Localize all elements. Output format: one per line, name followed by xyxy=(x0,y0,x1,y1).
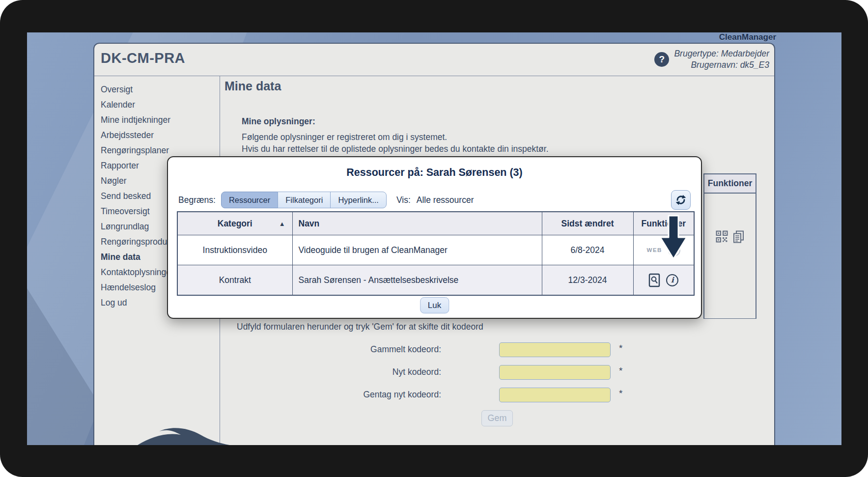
bird-logo xyxy=(133,427,241,445)
table-row: Kontrakt Sarah Sørensen - Ansættelsesbes… xyxy=(177,265,694,296)
resources-table: Kategori ▲ Navn Sidst ændret Funktioner … xyxy=(177,211,695,296)
sort-ascending-icon: ▲ xyxy=(279,220,285,227)
info-icon[interactable]: i xyxy=(668,244,680,256)
category-cell: Kontrakt xyxy=(177,265,292,296)
help-icon[interactable]: ? xyxy=(654,52,669,67)
column-header-funktioner[interactable]: Funktioner xyxy=(633,212,694,235)
column-header-kategori[interactable]: Kategori ▲ xyxy=(177,212,292,235)
resources-modal: Ressourcer på: Sarah Sørensen (3) Begræn… xyxy=(167,156,702,319)
sidebar-item-kalender[interactable]: Kalender xyxy=(101,97,220,112)
info-icon[interactable]: i xyxy=(666,274,678,286)
info-text-line2: Hvis du har rettelser til de oplistede o… xyxy=(242,144,549,154)
info-text-line1: Følgende oplysninger er registreret om d… xyxy=(242,132,447,142)
filter-ressourcer-button[interactable]: Ressourcer xyxy=(221,192,278,208)
table-header-row: Kategori ▲ Navn Sidst ændret Funktioner xyxy=(177,212,694,235)
column-header-sidst-aendret[interactable]: Sidst ændret xyxy=(542,212,633,235)
date-cell: 12/3-2024 xyxy=(542,265,633,296)
new-password-label: Nyt kodeord: xyxy=(242,367,441,377)
user-lines: Brugertype: Medarbejder Brugernavn: dk5_… xyxy=(674,48,769,71)
kategori-header-label: Kategori xyxy=(218,219,252,228)
old-password-label: Gammelt kodeord: xyxy=(242,344,441,355)
filter-filkategori-button[interactable]: Filkategori xyxy=(278,192,331,208)
new-password-input[interactable] xyxy=(499,365,611,380)
filter-label: Begræns: xyxy=(178,195,216,205)
table-row: Instruktionsvideo Videoguide til brugen … xyxy=(177,235,694,265)
desktop: CleanManager DK-CM-PRA ? Brugertype: Med… xyxy=(27,32,841,445)
name-cell: Videoguide til brugen af CleanManager xyxy=(292,235,542,265)
category-cell: Instruktionsvideo xyxy=(177,235,292,265)
app-title: DK-CM-PRA xyxy=(101,50,185,66)
old-password-input[interactable] xyxy=(499,342,611,357)
user-name-label: Brugernavn: dk5_E3 xyxy=(674,59,769,71)
copy-documents-icon[interactable] xyxy=(732,230,745,245)
required-asterisk: * xyxy=(619,365,622,376)
background-funktioner-icons xyxy=(704,230,756,245)
name-cell: Sarah Sørensen - Ansættelsesbeskrivelse xyxy=(292,265,542,296)
view-label: Vis: xyxy=(396,195,411,205)
sidebar-item-mine-indtjekninger[interactable]: Mine indtjekninger xyxy=(101,112,220,128)
monitor-bezel: CleanManager DK-CM-PRA ? Brugertype: Med… xyxy=(0,0,868,477)
repeat-password-input[interactable] xyxy=(499,388,611,402)
refresh-button[interactable] xyxy=(671,190,691,210)
filter-segmented-control: Ressourcer Filkategori Hyperlink... xyxy=(221,192,387,208)
column-header-navn[interactable]: Navn xyxy=(292,212,542,235)
refresh-icon xyxy=(675,194,687,206)
window-header: DK-CM-PRA ? Brugertype: Medarbejder Brug… xyxy=(94,44,774,76)
close-button[interactable]: Luk xyxy=(420,297,449,313)
required-asterisk: * xyxy=(619,343,622,354)
repeat-password-label: Gentag nyt kodeord: xyxy=(242,390,441,400)
functions-cell: i xyxy=(633,265,694,296)
filter-hyperlink-button[interactable]: Hyperlink... xyxy=(330,192,387,208)
user-type-label: Brugertype: Medarbejder xyxy=(674,48,769,59)
required-asterisk: * xyxy=(619,388,622,399)
background-funktioner-column: Funktioner xyxy=(703,173,756,319)
info-glyph: i xyxy=(673,246,676,254)
qr-code-icon[interactable] xyxy=(716,230,728,245)
preview-document-icon[interactable] xyxy=(648,273,660,287)
web-link-icon[interactable]: WEB xyxy=(647,247,662,253)
brand-logo: CleanManager xyxy=(719,32,776,42)
modal-title: Ressourcer på: Sarah Sørensen (3) xyxy=(168,167,701,179)
page-title: Mine data xyxy=(224,79,281,93)
functions-cell: WEB i xyxy=(633,235,694,265)
sidebar-item-oversigt[interactable]: Oversigt xyxy=(101,82,220,97)
password-intro-text: Udfyld formularen herunder og tryk 'Gem'… xyxy=(237,322,483,332)
view-value: Alle ressourcer xyxy=(417,195,474,205)
user-info: ? Brugertype: Medarbejder Brugernavn: dk… xyxy=(654,48,769,71)
background-funktioner-header: Funktioner xyxy=(704,173,756,194)
sidebar-item-arbejdssteder[interactable]: Arbejdssteder xyxy=(101,128,220,143)
section-title: Mine oplysninger: xyxy=(242,116,315,127)
info-glyph: i xyxy=(671,276,674,284)
help-glyph: ? xyxy=(659,54,665,65)
modal-filter-row: Begræns: Ressourcer Filkategori Hyperlin… xyxy=(178,190,691,210)
screenshot-canvas: CleanManager DK-CM-PRA ? Brugertype: Med… xyxy=(0,0,868,477)
save-button[interactable]: Gem xyxy=(481,410,513,426)
date-cell: 6/8-2024 xyxy=(542,235,633,265)
